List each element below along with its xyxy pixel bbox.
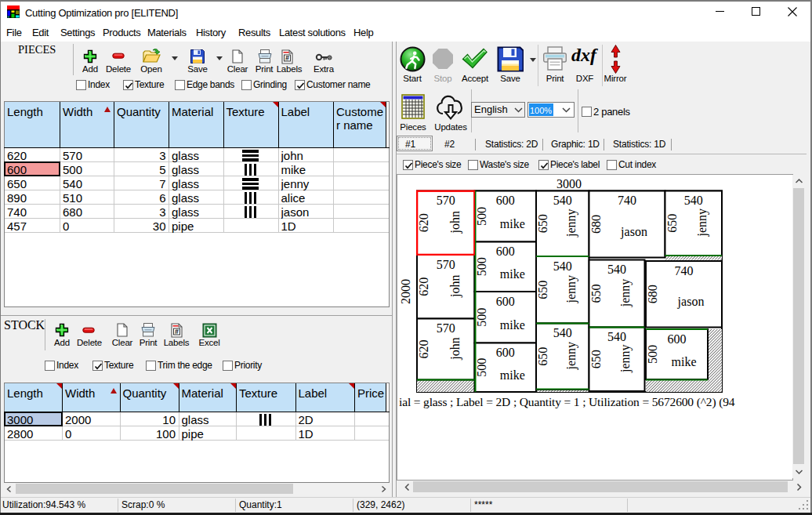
svg-text:650: 650 <box>536 214 549 233</box>
svg-text:mike: mike <box>500 368 525 382</box>
svg-text:john: john <box>448 337 462 360</box>
svg-text:680: 680 <box>589 215 603 234</box>
svg-text:john: john <box>448 275 462 298</box>
svg-text:jason: jason <box>677 295 705 309</box>
svg-text:740: 740 <box>618 194 636 207</box>
svg-text:620: 620 <box>417 340 430 359</box>
svg-text:650: 650 <box>589 350 603 368</box>
svg-text:540: 540 <box>607 263 626 276</box>
svg-text:mike: mike <box>500 267 525 281</box>
svg-text:540: 540 <box>684 194 703 207</box>
svg-text:650: 650 <box>536 281 549 299</box>
svg-text:540: 540 <box>607 330 626 343</box>
svg-text:#: # <box>175 328 179 335</box>
svg-text:500: 500 <box>475 207 488 226</box>
svg-text:650: 650 <box>665 214 679 233</box>
svg-text:3000: 3000 <box>556 177 582 190</box>
svg-text:570: 570 <box>437 258 455 271</box>
svg-text:600: 600 <box>496 346 515 359</box>
svg-text:2000: 2000 <box>399 279 412 304</box>
svg-text:jenny: jenny <box>564 275 578 304</box>
svg-text:500: 500 <box>475 257 488 276</box>
svg-text:620: 620 <box>417 277 430 296</box>
svg-text:680: 680 <box>646 285 659 303</box>
svg-text:jenny: jenny <box>618 344 633 373</box>
svg-text:570: 570 <box>437 194 455 207</box>
svg-text:600: 600 <box>668 332 687 346</box>
svg-text:jenny: jenny <box>618 279 633 308</box>
svg-text:600: 600 <box>496 245 515 258</box>
svg-text:mike: mike <box>500 318 525 332</box>
svg-text:650: 650 <box>589 285 603 303</box>
svg-text:600: 600 <box>496 194 515 207</box>
svg-text:500: 500 <box>646 345 659 364</box>
svg-text:540: 540 <box>553 194 572 207</box>
svg-text:500: 500 <box>475 358 488 377</box>
svg-text:#: # <box>285 54 289 62</box>
svg-text:jason: jason <box>620 225 647 239</box>
svg-text:570: 570 <box>437 321 455 335</box>
svg-text:jenny: jenny <box>564 342 578 371</box>
svg-text:540: 540 <box>553 326 572 339</box>
svg-text:620: 620 <box>417 213 430 232</box>
svg-text:600: 600 <box>496 295 515 308</box>
svg-text:ial = glass ; Label = 2D ; Qua: ial = glass ; Label = 2D ; Quantity = 1 … <box>399 395 735 409</box>
svg-text:john: john <box>448 211 462 234</box>
svg-text:500: 500 <box>475 308 488 327</box>
svg-text:jenny: jenny <box>695 209 709 238</box>
svg-text:650: 650 <box>536 347 549 366</box>
svg-text:mike: mike <box>672 355 697 368</box>
svg-text:jenny: jenny <box>564 209 578 238</box>
svg-text:740: 740 <box>675 264 694 277</box>
svg-text:540: 540 <box>553 259 572 273</box>
svg-text:mike: mike <box>500 217 525 230</box>
